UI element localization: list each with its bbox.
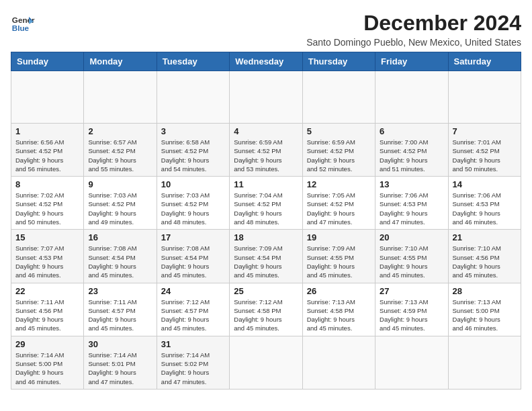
- calendar-cell: 20Sunrise: 7:10 AM Sunset: 4:55 PM Dayli…: [375, 230, 448, 283]
- day-number: 18: [234, 232, 298, 242]
- calendar-week-row: 1Sunrise: 6:56 AM Sunset: 4:52 PM Daylig…: [11, 124, 521, 177]
- calendar-cell: [375, 71, 448, 124]
- calendar-cell: 26Sunrise: 7:13 AM Sunset: 4:58 PM Dayli…: [302, 283, 375, 336]
- header: General Blue December 2024 Santo Domingo…: [11, 11, 521, 48]
- day-number: 24: [161, 286, 225, 296]
- day-info: Sunrise: 7:11 AM Sunset: 4:57 PM Dayligh…: [88, 298, 152, 333]
- calendar-cell: 24Sunrise: 7:12 AM Sunset: 4:57 PM Dayli…: [157, 283, 229, 336]
- calendar-cell: 22Sunrise: 7:11 AM Sunset: 4:56 PM Dayli…: [11, 283, 84, 336]
- day-info: Sunrise: 7:11 AM Sunset: 4:56 PM Dayligh…: [15, 298, 79, 333]
- day-number: 12: [307, 179, 371, 189]
- day-info: Sunrise: 7:13 AM Sunset: 5:00 PM Dayligh…: [453, 298, 517, 333]
- calendar-cell: 29Sunrise: 7:14 AM Sunset: 5:00 PM Dayli…: [11, 336, 84, 389]
- day-number: 17: [161, 232, 225, 242]
- calendar-week-row: 15Sunrise: 7:07 AM Sunset: 4:53 PM Dayli…: [11, 230, 521, 283]
- day-of-week-header: Sunday: [11, 52, 84, 71]
- day-number: 14: [453, 179, 517, 189]
- day-info: Sunrise: 7:14 AM Sunset: 5:01 PM Dayligh…: [88, 351, 152, 386]
- calendar-cell: [84, 71, 157, 124]
- day-info: Sunrise: 7:05 AM Sunset: 4:52 PM Dayligh…: [307, 191, 371, 226]
- day-info: Sunrise: 7:02 AM Sunset: 4:52 PM Dayligh…: [15, 191, 79, 226]
- day-number: 26: [307, 286, 371, 296]
- day-number: 25: [234, 286, 298, 296]
- calendar-cell: 4Sunrise: 6:59 AM Sunset: 4:52 PM Daylig…: [230, 124, 302, 177]
- calendar-cell: 25Sunrise: 7:12 AM Sunset: 4:58 PM Dayli…: [230, 283, 302, 336]
- calendar-cell: 1Sunrise: 6:56 AM Sunset: 4:52 PM Daylig…: [11, 124, 84, 177]
- calendar-cell: [157, 71, 229, 124]
- day-number: 30: [88, 339, 152, 349]
- calendar-cell: 18Sunrise: 7:09 AM Sunset: 4:54 PM Dayli…: [230, 230, 302, 283]
- day-of-week-header: Wednesday: [230, 52, 302, 71]
- calendar-cell: 31Sunrise: 7:14 AM Sunset: 5:02 PM Dayli…: [157, 336, 229, 389]
- day-number: 31: [161, 339, 225, 349]
- day-info: Sunrise: 6:59 AM Sunset: 4:52 PM Dayligh…: [307, 138, 371, 173]
- day-info: Sunrise: 7:06 AM Sunset: 4:53 PM Dayligh…: [380, 191, 443, 226]
- calendar-cell: 11Sunrise: 7:04 AM Sunset: 4:52 PM Dayli…: [230, 177, 302, 230]
- day-number: 21: [453, 232, 517, 242]
- day-info: Sunrise: 7:10 AM Sunset: 4:56 PM Dayligh…: [453, 244, 517, 279]
- calendar-cell: [375, 336, 448, 389]
- day-info: Sunrise: 7:03 AM Sunset: 4:52 PM Dayligh…: [88, 191, 152, 226]
- calendar-cell: 14Sunrise: 7:06 AM Sunset: 4:53 PM Dayli…: [448, 177, 521, 230]
- day-info: Sunrise: 7:09 AM Sunset: 4:55 PM Dayligh…: [307, 244, 371, 279]
- day-number: 11: [234, 179, 298, 189]
- day-number: 10: [161, 179, 225, 189]
- day-number: 23: [88, 286, 152, 296]
- calendar-cell: 7Sunrise: 7:01 AM Sunset: 4:52 PM Daylig…: [448, 124, 521, 177]
- svg-text:Blue: Blue: [12, 24, 30, 32]
- day-info: Sunrise: 6:58 AM Sunset: 4:52 PM Dayligh…: [161, 138, 225, 173]
- day-number: 2: [88, 126, 152, 136]
- calendar-cell: 28Sunrise: 7:13 AM Sunset: 5:00 PM Dayli…: [448, 283, 521, 336]
- day-number: 5: [307, 126, 371, 136]
- calendar-cell: 13Sunrise: 7:06 AM Sunset: 4:53 PM Dayli…: [375, 177, 448, 230]
- calendar-week-row: 29Sunrise: 7:14 AM Sunset: 5:00 PM Dayli…: [11, 336, 521, 389]
- calendar-cell: [11, 71, 84, 124]
- day-info: Sunrise: 7:10 AM Sunset: 4:55 PM Dayligh…: [380, 244, 443, 279]
- day-number: 9: [88, 179, 152, 189]
- calendar-cell: 5Sunrise: 6:59 AM Sunset: 4:52 PM Daylig…: [302, 124, 375, 177]
- calendar-cell: 12Sunrise: 7:05 AM Sunset: 4:52 PM Dayli…: [302, 177, 375, 230]
- logo-icon: General Blue: [11, 11, 35, 35]
- day-info: Sunrise: 6:57 AM Sunset: 4:52 PM Dayligh…: [88, 138, 152, 173]
- day-number: 1: [15, 126, 79, 136]
- calendar-cell: 19Sunrise: 7:09 AM Sunset: 4:55 PM Dayli…: [302, 230, 375, 283]
- day-number: 4: [234, 126, 298, 136]
- title-area: December 2024 Santo Domingo Pueblo, New …: [306, 11, 521, 48]
- day-info: Sunrise: 7:01 AM Sunset: 4:52 PM Dayligh…: [453, 138, 517, 173]
- day-info: Sunrise: 7:08 AM Sunset: 4:54 PM Dayligh…: [161, 244, 225, 279]
- calendar-cell: [230, 336, 302, 389]
- calendar-cell: 23Sunrise: 7:11 AM Sunset: 4:57 PM Dayli…: [84, 283, 157, 336]
- day-number: 20: [380, 232, 443, 242]
- day-number: 6: [380, 126, 443, 136]
- calendar-cell: 9Sunrise: 7:03 AM Sunset: 4:52 PM Daylig…: [84, 177, 157, 230]
- day-info: Sunrise: 7:06 AM Sunset: 4:53 PM Dayligh…: [453, 191, 517, 226]
- day-info: Sunrise: 7:14 AM Sunset: 5:00 PM Dayligh…: [15, 351, 79, 386]
- day-of-week-header: Monday: [84, 52, 157, 71]
- day-number: 3: [161, 126, 225, 136]
- day-info: Sunrise: 7:07 AM Sunset: 4:53 PM Dayligh…: [15, 244, 79, 279]
- calendar-cell: [448, 71, 521, 124]
- calendar-cell: 17Sunrise: 7:08 AM Sunset: 4:54 PM Dayli…: [157, 230, 229, 283]
- day-number: 19: [307, 232, 371, 242]
- calendar-cell: 27Sunrise: 7:13 AM Sunset: 4:59 PM Dayli…: [375, 283, 448, 336]
- calendar-cell: 3Sunrise: 6:58 AM Sunset: 4:52 PM Daylig…: [157, 124, 229, 177]
- day-number: 22: [15, 286, 79, 296]
- day-info: Sunrise: 7:14 AM Sunset: 5:02 PM Dayligh…: [161, 351, 225, 386]
- days-of-week-row: SundayMondayTuesdayWednesdayThursdayFrid…: [11, 52, 521, 71]
- calendar-table: SundayMondayTuesdayWednesdayThursdayFrid…: [11, 52, 521, 390]
- day-info: Sunrise: 7:12 AM Sunset: 4:58 PM Dayligh…: [234, 298, 298, 333]
- calendar-cell: 16Sunrise: 7:08 AM Sunset: 4:54 PM Dayli…: [84, 230, 157, 283]
- day-info: Sunrise: 6:59 AM Sunset: 4:52 PM Dayligh…: [234, 138, 298, 173]
- day-info: Sunrise: 6:56 AM Sunset: 4:52 PM Dayligh…: [15, 138, 79, 173]
- day-info: Sunrise: 7:13 AM Sunset: 4:58 PM Dayligh…: [307, 298, 371, 333]
- day-number: 7: [453, 126, 517, 136]
- calendar-cell: 2Sunrise: 6:57 AM Sunset: 4:52 PM Daylig…: [84, 124, 157, 177]
- calendar-cell: 21Sunrise: 7:10 AM Sunset: 4:56 PM Dayli…: [448, 230, 521, 283]
- calendar-week-row: 8Sunrise: 7:02 AM Sunset: 4:52 PM Daylig…: [11, 177, 521, 230]
- day-number: 8: [15, 179, 79, 189]
- day-info: Sunrise: 7:00 AM Sunset: 4:52 PM Dayligh…: [380, 138, 443, 173]
- day-of-week-header: Friday: [375, 52, 448, 71]
- calendar-week-row: 22Sunrise: 7:11 AM Sunset: 4:56 PM Dayli…: [11, 283, 521, 336]
- calendar-cell: 8Sunrise: 7:02 AM Sunset: 4:52 PM Daylig…: [11, 177, 84, 230]
- day-of-week-header: Saturday: [448, 52, 521, 71]
